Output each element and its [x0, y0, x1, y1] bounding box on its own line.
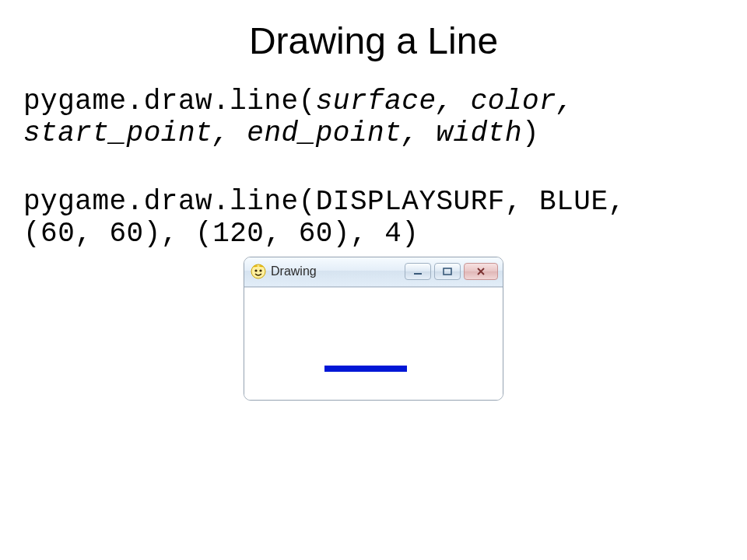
svg-rect-4 [444, 268, 451, 275]
example-line-2: (60, 60), (120, 60), 4) [23, 218, 724, 250]
minimize-button[interactable] [405, 263, 431, 280]
syntax-block: pygame.draw.line(surface, color, start_p… [23, 86, 724, 150]
window-titlebar: Drawing [244, 257, 503, 287]
svg-point-2 [259, 269, 261, 271]
svg-rect-3 [414, 273, 422, 275]
example-line-1: pygame.draw.line(DISPLAYSURF, BLUE, [23, 186, 724, 218]
pygame-window: Drawing [244, 257, 503, 401]
window-title: Drawing [271, 264, 405, 278]
syntax-prefix: pygame.draw.line( [23, 86, 316, 117]
window-client-area [244, 287, 503, 400]
maximize-button[interactable] [434, 263, 461, 280]
syntax-suffix: ) [522, 117, 539, 149]
drawn-line [324, 366, 407, 372]
pygame-icon [251, 264, 266, 279]
close-button[interactable] [464, 263, 498, 280]
window-buttons [405, 263, 498, 280]
example-block: pygame.draw.line(DISPLAYSURF, BLUE, (60,… [23, 186, 724, 250]
svg-point-1 [254, 269, 257, 271]
slide-title: Drawing a Line [23, 19, 724, 62]
